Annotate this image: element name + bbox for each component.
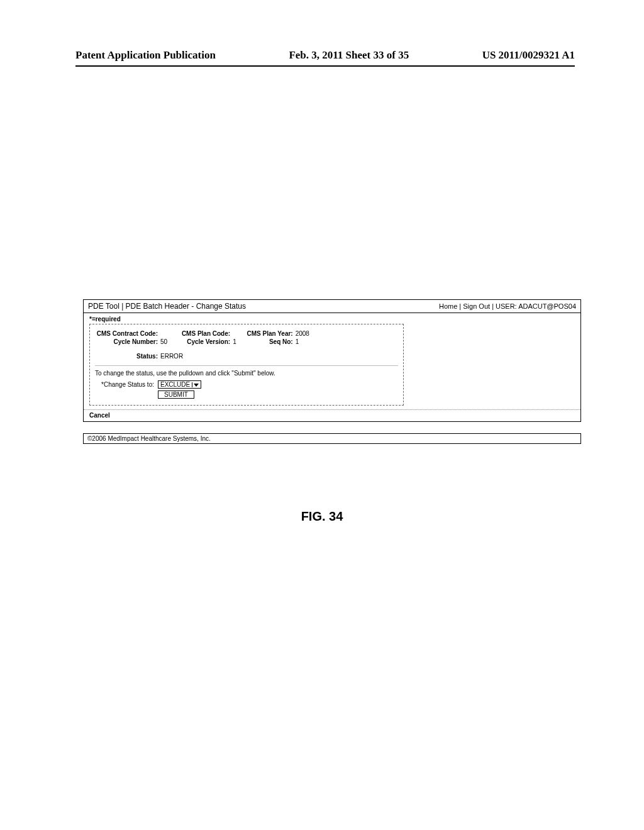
header-center: Feb. 3, 2011 Sheet 33 of 35 bbox=[289, 49, 409, 62]
plan-code-value bbox=[230, 329, 233, 338]
signout-link[interactable]: Sign Out bbox=[463, 302, 490, 310]
contract-code-label: CMS Contract Code: bbox=[95, 329, 158, 338]
cancel-link[interactable]: Cancel bbox=[84, 412, 580, 421]
header-left: Patent Application Publication bbox=[75, 49, 216, 62]
home-link[interactable]: Home bbox=[439, 302, 457, 310]
header-rule bbox=[75, 65, 575, 67]
figure-label: FIG. 34 bbox=[0, 509, 644, 524]
user-name: ADACUT@POS04 bbox=[518, 302, 576, 310]
svg-marker-0 bbox=[194, 384, 199, 387]
chevron-down-icon bbox=[192, 382, 200, 387]
change-status-selected: EXCLUDE bbox=[159, 381, 192, 388]
submit-button[interactable]: SUBMIT bbox=[158, 390, 194, 399]
divider-dotted bbox=[84, 409, 580, 410]
status-value: ERROR bbox=[158, 352, 183, 360]
cycle-number-label: Cycle Number: bbox=[95, 338, 158, 346]
title-bar: PDE Tool | PDE Batch Header - Change Sta… bbox=[84, 300, 580, 313]
cycle-version-label: Cycle Version: bbox=[167, 338, 230, 346]
plan-code-label: CMS Plan Code: bbox=[167, 329, 230, 338]
page-title: PDE Tool | PDE Batch Header - Change Sta… bbox=[88, 302, 246, 311]
cycle-version-value: 1 bbox=[230, 338, 236, 346]
seq-no-label: Seq No: bbox=[236, 338, 293, 346]
change-status-panel: CMS Contract Code: Cycle Number: 50 CMS … bbox=[89, 324, 404, 406]
figure-screenshot: PDE Tool | PDE Batch Header - Change Sta… bbox=[83, 299, 581, 444]
batch-info-block: CMS Contract Code: Cycle Number: 50 CMS … bbox=[95, 329, 398, 366]
contract-code-value bbox=[158, 329, 160, 338]
instruction-text: To change the status, use the pulldown a… bbox=[95, 370, 398, 377]
change-status-select[interactable]: EXCLUDE bbox=[158, 380, 201, 389]
user-nav: Home | Sign Out | USER: ADACUT@POS04 bbox=[439, 302, 576, 310]
required-note: *=required bbox=[89, 316, 580, 323]
copyright: ©2006 MedImpact Healthcare Systems, Inc. bbox=[83, 433, 581, 444]
plan-year-value: 2008 bbox=[293, 329, 309, 338]
cycle-number-value: 50 bbox=[158, 338, 167, 346]
status-label: Status: bbox=[95, 352, 158, 360]
change-status-label: *Change Status to: bbox=[95, 380, 158, 388]
seq-no-value: 1 bbox=[293, 338, 299, 346]
page-header: Patent Application Publication Feb. 3, 2… bbox=[0, 49, 644, 62]
header-right: US 2011/0029321 A1 bbox=[482, 49, 575, 62]
plan-year-label: CMS Plan Year: bbox=[236, 329, 293, 338]
user-prefix: USER: bbox=[496, 302, 517, 310]
app-window: PDE Tool | PDE Batch Header - Change Sta… bbox=[83, 299, 581, 422]
